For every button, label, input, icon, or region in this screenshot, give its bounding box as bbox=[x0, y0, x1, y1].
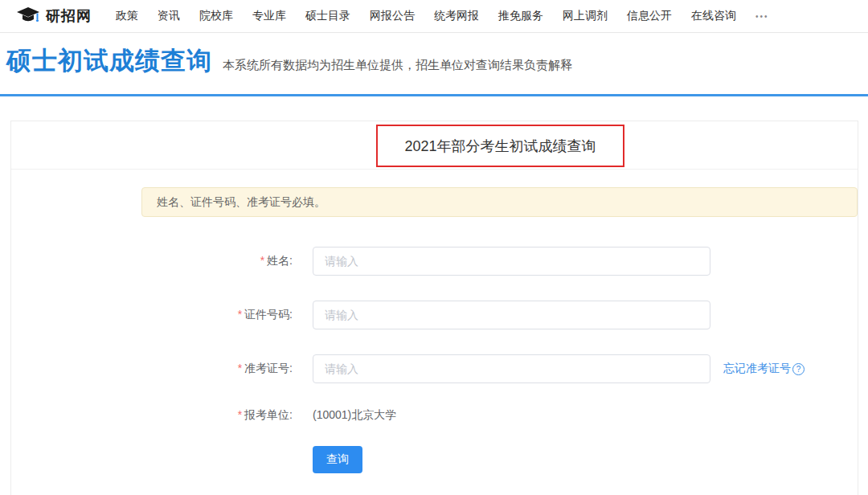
graduation-cap-icon bbox=[16, 6, 40, 26]
page-header: 硕士初试成绩查询 本系统所有数据均为招生单位提供，招生单位对查询结果负责解释 bbox=[0, 33, 868, 94]
nav-item-policy[interactable]: 政策 bbox=[116, 9, 138, 23]
main-nav: 政策 资讯 院校库 专业库 硕士目录 网报公告 统考网报 推免服务 网上调剂 信… bbox=[116, 9, 769, 23]
nav-item-info-disclosure[interactable]: 信息公开 bbox=[627, 9, 672, 23]
nav-item-news[interactable]: 资讯 bbox=[158, 9, 180, 23]
nav-item-major-library[interactable]: 专业库 bbox=[252, 9, 286, 23]
site-logo-text: 研招网 bbox=[46, 6, 92, 26]
exam-ticket-label: *准考证号: bbox=[11, 362, 293, 376]
red-highlight-box: 2021年部分考生初试成绩查询 bbox=[376, 125, 624, 167]
page-subtitle: 本系统所有数据均为招生单位提供，招生单位对查询结果负责解释 bbox=[223, 58, 572, 73]
nav-item-online-adjustment[interactable]: 网上调剂 bbox=[563, 9, 608, 23]
name-input[interactable] bbox=[313, 247, 710, 276]
header-divider-rule bbox=[0, 94, 868, 96]
form-row-institution: *报考单位: (10001)北京大学 bbox=[11, 408, 858, 423]
id-number-input[interactable] bbox=[313, 301, 710, 329]
form-row-exam-ticket: *准考证号: 忘记准考证号? bbox=[11, 354, 858, 383]
nav-item-exemption-service[interactable]: 推免服务 bbox=[498, 9, 543, 23]
institution-label: *报考单位: bbox=[11, 408, 293, 423]
required-mark: * bbox=[260, 254, 264, 267]
panel-title: 2021年部分考生初试成绩查询 bbox=[404, 137, 596, 156]
help-question-icon[interactable]: ? bbox=[792, 363, 805, 375]
query-panel: 2021年部分考生初试成绩查询 姓名、证件号码、准考证号必填。 *姓名: *证件… bbox=[10, 121, 858, 495]
exam-ticket-input[interactable] bbox=[313, 354, 710, 383]
forgot-ticket-link[interactable]: 忘记准考证号? bbox=[723, 362, 805, 376]
required-mark: * bbox=[238, 308, 242, 321]
name-label: *姓名: bbox=[11, 254, 293, 268]
nav-item-college-library[interactable]: 院校库 bbox=[199, 9, 233, 23]
form-row-id-number: *证件号码: bbox=[11, 301, 858, 329]
nav-item-application-notice[interactable]: 网报公告 bbox=[370, 9, 415, 23]
query-button[interactable]: 查询 bbox=[313, 446, 362, 473]
required-fields-alert: 姓名、证件号码、准考证号必填。 bbox=[141, 187, 858, 217]
panel-header: 2021年部分考生初试成绩查询 bbox=[11, 121, 858, 170]
submit-row: 查询 bbox=[313, 446, 858, 473]
form-row-name: *姓名: bbox=[11, 247, 858, 276]
nav-item-online-consult[interactable]: 在线咨询 bbox=[691, 9, 736, 23]
required-mark: * bbox=[238, 362, 242, 374]
page-title: 硕士初试成绩查询 bbox=[6, 46, 212, 76]
nav-item-unified-exam-application[interactable]: 统考网报 bbox=[434, 9, 479, 23]
panel-body: 姓名、证件号码、准考证号必填。 *姓名: *证件号码: *准考证号: 忘记准考证… bbox=[11, 170, 858, 473]
nav-item-masters-catalog[interactable]: 硕士目录 bbox=[305, 9, 350, 23]
required-mark: * bbox=[238, 408, 242, 421]
site-logo[interactable]: 研招网 bbox=[16, 6, 92, 26]
top-navigation-bar: 研招网 政策 资讯 院校库 专业库 硕士目录 网报公告 统考网报 推免服务 网上… bbox=[0, 0, 868, 33]
id-number-label: *证件号码: bbox=[11, 308, 293, 322]
nav-more-menu-icon[interactable]: ••• bbox=[755, 12, 769, 21]
institution-value: (10001)北京大学 bbox=[313, 408, 396, 423]
